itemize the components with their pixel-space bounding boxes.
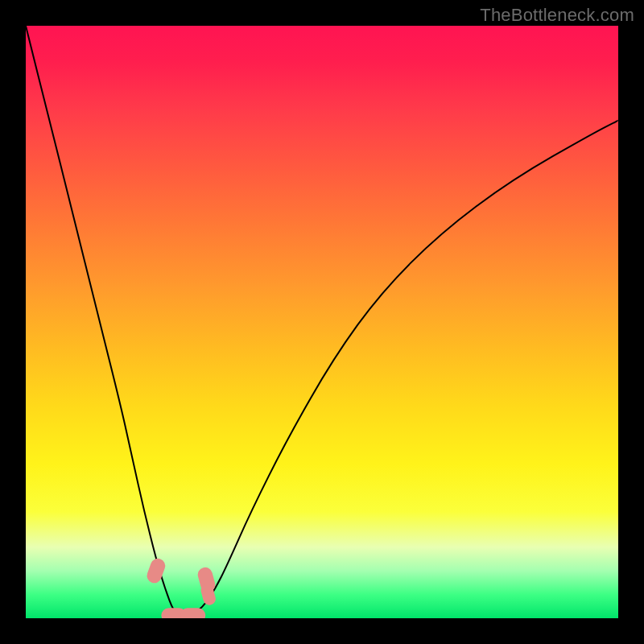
marker-valley-right xyxy=(180,608,205,618)
chart-frame: TheBottleneck.com xyxy=(0,0,644,644)
marker-left-shoulder xyxy=(145,556,167,585)
bottleneck-curve xyxy=(26,26,618,617)
curve-svg xyxy=(26,26,618,618)
data-markers xyxy=(145,556,217,618)
plot-area xyxy=(26,26,618,618)
watermark-text: TheBottleneck.com xyxy=(480,5,634,26)
